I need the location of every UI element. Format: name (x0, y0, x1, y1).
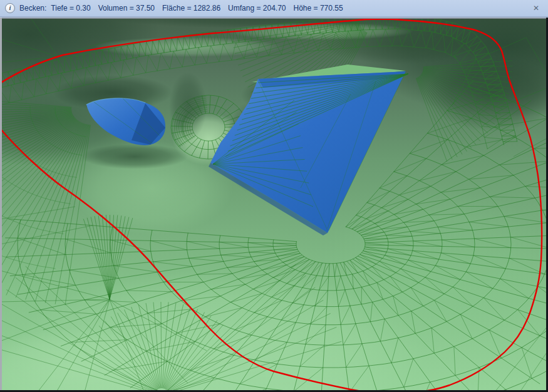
metric-umfang: Umfang = 204.70 (228, 4, 286, 13)
application-window: i Becken:Tiefe = 0.30Volumen = 37.50Fläc… (0, 0, 548, 392)
metric-hoehe: Höhe = 770.55 (294, 4, 343, 13)
terrain-scene[interactable] (0, 18, 548, 392)
metric-volumen: Volumen = 37.50 (98, 4, 155, 13)
3d-terrain-viewport[interactable] (0, 18, 548, 392)
info-icon: i (5, 3, 15, 13)
metric-flaeche: Fläche = 1282.86 (162, 4, 220, 13)
info-prefix: Becken: (19, 4, 46, 13)
close-icon[interactable]: ✕ (529, 3, 543, 13)
info-bar: i Becken:Tiefe = 0.30Volumen = 37.50Fläc… (0, 0, 548, 17)
metric-tiefe: Tiefe = 0.30 (51, 4, 90, 13)
info-bar-text: Becken:Tiefe = 0.30Volumen = 37.50Fläche… (19, 4, 351, 13)
